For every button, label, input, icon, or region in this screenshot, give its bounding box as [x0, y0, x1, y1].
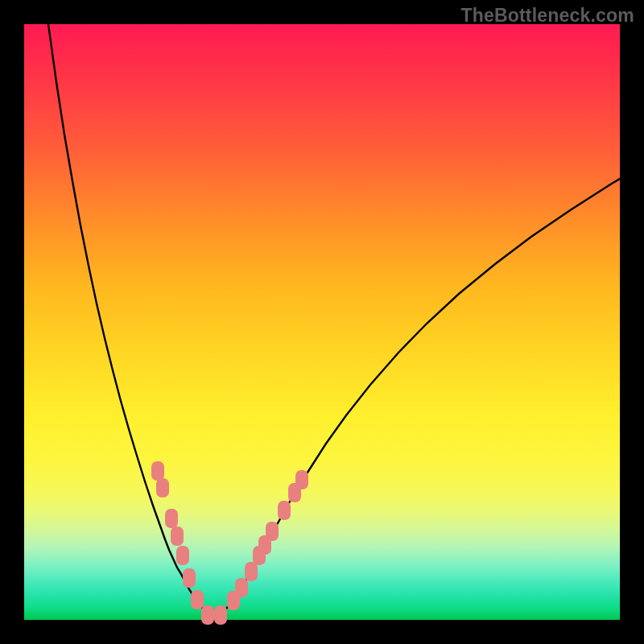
watermark-text: TheBottleneck.com — [460, 5, 634, 27]
data-marker — [245, 562, 258, 581]
data-marker — [191, 590, 204, 609]
curve-svg — [24, 24, 620, 620]
data-marker — [278, 501, 291, 520]
data-marker — [176, 546, 189, 565]
data-marker — [295, 470, 308, 489]
data-marker — [235, 578, 248, 597]
data-marker — [156, 478, 169, 497]
data-marker — [266, 522, 279, 541]
data-marker — [171, 526, 184, 546]
data-marker — [201, 605, 214, 625]
plot-area — [24, 24, 620, 620]
bottleneck-curve — [48, 24, 620, 617]
data-marker — [214, 605, 227, 625]
chart-frame: TheBottleneck.com — [0, 0, 644, 644]
data-marker — [183, 568, 196, 588]
data-marker — [165, 509, 178, 528]
